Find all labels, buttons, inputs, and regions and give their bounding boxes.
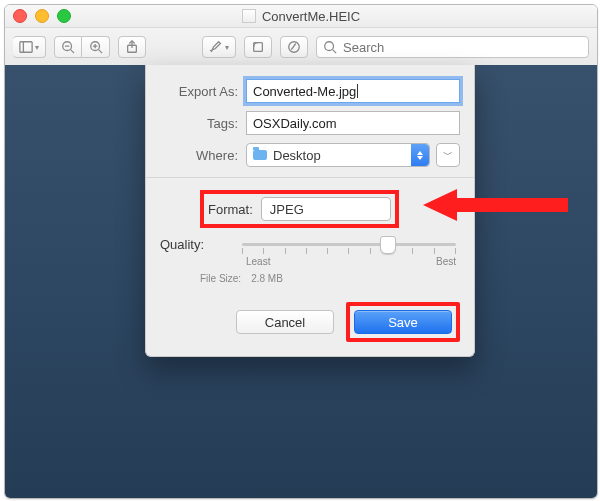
- search-icon: [323, 40, 337, 54]
- svg-rect-0: [20, 42, 32, 53]
- zoom-out-button[interactable]: [54, 36, 82, 58]
- where-popup[interactable]: Desktop: [246, 143, 430, 167]
- svg-line-3: [71, 50, 75, 54]
- filesize-value: 2.8 MB: [251, 273, 283, 284]
- disclosure-button[interactable]: ﹀: [436, 143, 460, 167]
- export-as-label: Export As:: [160, 84, 246, 99]
- export-as-field[interactable]: Converted-Me.jpg: [246, 79, 460, 103]
- zoom-in-button[interactable]: [82, 36, 110, 58]
- slider-ticks: [242, 248, 456, 254]
- quality-least-label: Least: [246, 256, 270, 267]
- window-controls: [13, 9, 71, 23]
- quality-label: Quality:: [160, 237, 238, 252]
- share-button[interactable]: [118, 36, 146, 58]
- titlebar: ConvertMe.HEIC: [5, 5, 597, 28]
- save-button[interactable]: Save: [354, 310, 452, 334]
- rotate-icon: [251, 40, 265, 54]
- search-input[interactable]: [341, 39, 582, 56]
- markup-icon: [287, 40, 301, 54]
- format-label: Format:: [208, 202, 261, 217]
- tags-label: Tags:: [160, 116, 246, 131]
- quality-slider[interactable]: [242, 234, 456, 254]
- format-popup[interactable]: JPEG: [261, 197, 391, 221]
- chevron-down-icon: ▾: [35, 43, 39, 52]
- highlight-button[interactable]: ▾: [202, 36, 236, 58]
- markup-button[interactable]: [280, 36, 308, 58]
- close-window-button[interactable]: [13, 9, 27, 23]
- slider-thumb[interactable]: [380, 236, 396, 254]
- zoom-in-icon: [89, 40, 103, 54]
- zoom-window-button[interactable]: [57, 9, 71, 23]
- where-value: Desktop: [273, 148, 321, 163]
- preview-window: ConvertMe.HEIC ▾: [4, 4, 598, 499]
- text-caret: [357, 84, 358, 98]
- export-sheet: Export As: Converted-Me.jpg Tags: OSXDai…: [145, 65, 475, 357]
- zoom-out-icon: [61, 40, 75, 54]
- sidebar-toggle-button[interactable]: ▾: [13, 36, 46, 58]
- document-icon: [242, 9, 256, 23]
- sidebar-icon: [19, 40, 33, 54]
- window-title: ConvertMe.HEIC: [262, 9, 360, 24]
- save-highlight-annotation: Save: [346, 302, 460, 342]
- format-value: JPEG: [270, 202, 304, 217]
- chevron-down-icon: ﹀: [443, 148, 453, 162]
- highlight-icon: [209, 40, 223, 54]
- separator: [146, 177, 474, 178]
- cancel-button[interactable]: Cancel: [236, 310, 334, 334]
- share-icon: [125, 40, 139, 54]
- slider-track: [242, 243, 456, 246]
- svg-point-13: [325, 42, 334, 51]
- folder-icon: [253, 150, 267, 160]
- chevron-down-icon: ▾: [225, 43, 229, 52]
- tags-field[interactable]: OSXDaily.com: [246, 111, 460, 135]
- popup-arrows-icon: [384, 198, 390, 206]
- export-as-value: Converted-Me.jpg: [253, 84, 356, 99]
- quality-best-label: Best: [436, 256, 456, 267]
- popup-arrows-icon: [411, 144, 429, 166]
- svg-line-14: [333, 50, 337, 54]
- search-field[interactable]: [316, 36, 589, 58]
- tags-value: OSXDaily.com: [253, 116, 337, 131]
- filesize-label: File Size:: [200, 273, 241, 284]
- svg-line-6: [98, 50, 102, 54]
- rotate-button[interactable]: [244, 36, 272, 58]
- where-label: Where:: [160, 148, 246, 163]
- minimize-window-button[interactable]: [35, 9, 49, 23]
- toolbar: ▾ ▾: [5, 28, 597, 67]
- format-highlight-annotation: Format: JPEG: [200, 190, 399, 228]
